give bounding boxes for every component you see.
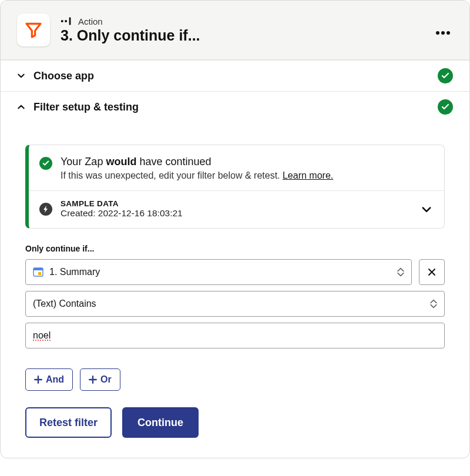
rule-operator-select[interactable]: (Text) Contains <box>25 291 445 317</box>
section-label: Filter setup & testing <box>33 101 431 113</box>
close-icon <box>427 267 437 277</box>
test-result-subtext: If this was unexpected, edit your filter… <box>61 170 333 181</box>
test-result-card: Your Zap would have continued If this wa… <box>25 145 445 229</box>
retest-filter-button[interactable]: Retest filter <box>25 407 112 438</box>
section-label: Choose app <box>33 70 431 82</box>
status-complete-icon <box>438 99 453 115</box>
add-or-button[interactable]: Or <box>80 368 120 391</box>
chevron-up-icon <box>17 103 25 111</box>
more-menu-button[interactable] <box>433 18 453 42</box>
sample-data-heading: SAMPLE DATA <box>61 199 412 208</box>
rule-value-input[interactable]: noel <box>25 323 445 348</box>
calendar-source-icon <box>33 267 43 277</box>
rule-operator-label: (Text) Contains <box>33 299 429 309</box>
sample-data-created: Created: 2022-12-16 18:03:21 <box>61 208 412 219</box>
bolt-icon <box>39 203 52 216</box>
rule-value-text: noel <box>33 323 51 341</box>
chevron-down-icon <box>421 203 432 215</box>
step-kicker: Action <box>78 16 103 26</box>
svg-rect-2 <box>69 18 71 25</box>
learn-more-link[interactable]: Learn more. <box>283 170 333 180</box>
more-icon <box>435 31 451 35</box>
svg-point-1 <box>65 20 67 22</box>
test-result-summary: Your Zap would have continued If this wa… <box>29 145 444 190</box>
app-icon-filter <box>17 14 50 46</box>
header-text: Action 3. Only continue if... <box>61 16 433 44</box>
plus-icon <box>89 376 97 384</box>
section-body: Your Zap would have continued If this wa… <box>1 145 469 458</box>
chevron-down-icon <box>17 72 25 80</box>
section-toggle-choose-app[interactable]: Choose app <box>1 61 469 91</box>
svg-point-3 <box>436 31 439 35</box>
remove-rule-button[interactable] <box>419 259 445 285</box>
rule-field-select[interactable]: 1. Summary <box>25 259 412 285</box>
test-result-title: Your Zap would have continued <box>61 156 333 168</box>
section-toggle-filter-setup[interactable]: Filter setup & testing <box>1 92 469 122</box>
panel-header: Action 3. Only continue if... <box>1 1 469 60</box>
stepper-icon <box>429 299 438 309</box>
filter-heading: Only continue if... <box>25 244 445 253</box>
action-editor-panel: Action 3. Only continue if... Choose app <box>0 0 470 458</box>
sample-data-toggle[interactable]: SAMPLE DATA Created: 2022-12-16 18:03:21 <box>29 190 444 228</box>
rule-field-label: 1. Summary <box>49 267 396 277</box>
action-path-icon <box>61 17 73 25</box>
filter-rule: 1. Summary (Text) Contains <box>25 259 445 348</box>
section-choose-app: Choose app <box>1 60 469 91</box>
svg-point-4 <box>441 31 445 35</box>
section-filter-setup: Filter setup & testing Your Zap would ha… <box>1 91 469 458</box>
svg-point-5 <box>446 31 450 35</box>
status-complete-icon <box>438 68 453 83</box>
step-title: 3. Only continue if... <box>61 28 433 44</box>
plus-icon <box>34 376 42 384</box>
add-and-button[interactable]: And <box>25 368 73 391</box>
action-buttons: Retest filter Continue <box>25 407 445 438</box>
svg-rect-8 <box>38 272 41 275</box>
stepper-icon <box>396 267 405 277</box>
logic-row: And Or <box>25 368 445 391</box>
continue-button[interactable]: Continue <box>122 407 199 438</box>
check-icon <box>39 157 52 170</box>
svg-point-0 <box>61 20 63 22</box>
svg-rect-7 <box>33 268 43 270</box>
filter-icon <box>24 21 43 39</box>
